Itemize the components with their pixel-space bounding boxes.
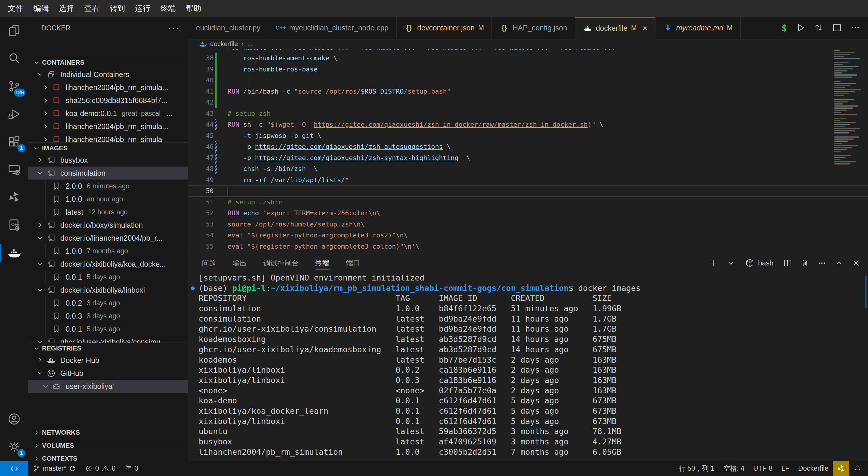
image-repo-icon [45, 284, 57, 296]
tab-euclidian_cluster.py[interactable]: euclidian_cluster.py [188, 17, 268, 39]
terminal-scrollbar[interactable] [865, 276, 867, 308]
panel-tab-调试控制台[interactable]: 调试控制台 [263, 253, 299, 273]
new-terminal-icon[interactable] [709, 259, 718, 268]
split-editor-icon[interactable] [832, 23, 842, 33]
tree-item[interactable]: 1.0.07 months ago [28, 244, 188, 258]
tree-item[interactable]: 0.0.33 days ago [28, 309, 188, 322]
tree-item[interactable]: koa-demo:0.0.1great_pascal - ... [28, 107, 188, 120]
container-stopped-icon [51, 95, 62, 106]
language-mode[interactable]: Dockerfile [794, 461, 833, 476]
compare-changes-icon[interactable] [814, 23, 824, 33]
sidebar-more-icon[interactable]: ··· [168, 25, 180, 31]
section-header-contexts[interactable]: CONTEXTS [28, 453, 188, 461]
tab-devcontainer.json[interactable]: {}devcontainer.jsonM [397, 17, 492, 39]
tab-myeuclidian_cluster_node.cpp[interactable]: C++myeuclidian_cluster_node.cpp [268, 17, 396, 39]
pinwheel-extension-icon[interactable] [0, 183, 28, 211]
cursor-position[interactable]: 行 50，列 1 [675, 461, 719, 476]
split-terminal-icon[interactable] [783, 259, 792, 268]
eol[interactable]: LF [777, 461, 794, 476]
minimap-line [834, 122, 856, 123]
menu-item[interactable]: 运行 [130, 0, 155, 16]
section-header-volumes[interactable]: VOLUMES [28, 440, 188, 451]
panel-tab-问题[interactable]: 问题 [202, 253, 216, 273]
gold-extension-badge[interactable] [833, 461, 849, 476]
section-header-images[interactable]: IMAGES [28, 142, 188, 154]
minimap[interactable] [834, 49, 864, 215]
tree-item[interactable]: sha256:c009db8315f6684bf7... [28, 94, 188, 107]
tree-item[interactable]: 0.0.23 days ago [28, 297, 188, 309]
kill-terminal-icon[interactable] [800, 259, 809, 268]
tree-item[interactable]: user-xixiboliya' [28, 380, 188, 393]
manage-gear-icon[interactable]: 1 [0, 433, 28, 461]
accounts-icon[interactable] [0, 405, 28, 433]
tree-item[interactable]: GitHub [28, 367, 188, 380]
tree-item[interactable]: consimulation [28, 167, 188, 179]
cpp-tools-icon[interactable]: C++ [0, 211, 28, 239]
search-icon[interactable] [0, 44, 28, 72]
explorer-icon[interactable] [0, 17, 28, 44]
remote-explorer-icon[interactable] [0, 156, 28, 183]
notifications-bell[interactable] [849, 461, 866, 476]
tab-myreadme.md[interactable]: myreadme.mdM [655, 17, 741, 39]
menu-item[interactable]: 帮助 [181, 0, 206, 16]
ports-forwarded[interactable]: 0 [120, 461, 143, 476]
tree-item[interactable]: ghcr.io/user-xixiboliya/consimu [28, 335, 188, 343]
section-body: Docker HubGitHubuser-xixiboliya' [28, 354, 188, 395]
run-dollar-icon[interactable]: $ [781, 23, 787, 33]
docker-icon[interactable] [0, 239, 28, 267]
remote-indicator[interactable] [0, 461, 28, 476]
menu-item[interactable]: 终端 [155, 0, 181, 16]
tree-item[interactable]: 2.0.06 minutes ago [28, 179, 188, 193]
tab-HAP_config.json[interactable]: {}HAP_config.json [492, 17, 575, 39]
panel-tab-输出[interactable]: 输出 [232, 253, 247, 273]
panel-tab-终端[interactable]: 终端 [315, 253, 330, 273]
tree-item[interactable]: docker.io/boxy/simulation [28, 218, 188, 232]
more-actions-icon[interactable] [850, 23, 860, 33]
panel-tab-端口[interactable]: 端口 [346, 253, 360, 273]
container-stopped-icon [51, 82, 62, 93]
source-control-icon[interactable]: 126 [0, 72, 28, 100]
indentation[interactable]: 空格: 4 [719, 461, 749, 476]
menu-item[interactable]: 查看 [79, 0, 104, 16]
maximize-panel-icon[interactable] [834, 259, 844, 268]
menu-item[interactable]: 选择 [54, 0, 79, 16]
encoding[interactable]: UTF-8 [749, 461, 777, 476]
minimap-line [834, 138, 854, 140]
tree-item[interactable]: lihanchen2004/pb_rm_simula... [28, 81, 188, 94]
tree-item[interactable]: 1.0.0an hour ago [28, 193, 188, 206]
more-actions-icon[interactable] [817, 259, 827, 268]
menu-item[interactable]: 转到 [104, 0, 130, 16]
section-header-registries[interactable]: REGISTRIES [28, 343, 188, 354]
close-icon[interactable]: × [643, 24, 647, 32]
git-branch[interactable]: master* [28, 461, 81, 476]
run-icon[interactable] [795, 23, 805, 33]
tree-item[interactable]: 0.0.15 days ago [28, 270, 188, 283]
tree-item[interactable]: 0.0.15 days ago [28, 322, 188, 335]
section-header-containers[interactable]: CONTAINERS [28, 57, 188, 68]
run-and-debug-icon[interactable] [0, 100, 28, 128]
tree-item[interactable]: lihanchen2004/pb_rm_simula [28, 133, 188, 142]
problems[interactable]: 00 [81, 461, 120, 476]
terminal-prompt-line: (base) pi@pi-l:~/xixiboliya/rm_pb_simula… [188, 283, 868, 294]
bash-session[interactable]: $bash [745, 259, 773, 268]
editor-code[interactable]: ros-humble-... ros-humble-... ros-humble… [188, 49, 868, 253]
terminal[interactable]: [setupvars.sh] OpenVINO environment init… [188, 273, 868, 461]
terminal-table-row: busybox latest af4709625109 3 months ago… [188, 437, 868, 447]
tree-item[interactable]: lihanchen2004/pb_rm_simula... [28, 120, 188, 133]
section-header-networks[interactable]: NETWORKS [28, 427, 188, 438]
close-panel-icon[interactable] [851, 259, 861, 268]
tree-item[interactable]: latest12 hours ago [28, 206, 188, 218]
tree-item[interactable]: Individual Containers [28, 68, 188, 81]
menu-item[interactable]: 编辑 [28, 0, 54, 16]
tree-item[interactable]: docker.io/xixiboliya/linboxi [28, 283, 188, 297]
tree-item[interactable]: Docker Hub [28, 354, 188, 367]
tree-item[interactable]: busybox [28, 154, 188, 167]
minimap-line [834, 141, 848, 142]
breadcrumb[interactable]: dockerfile › ... [188, 39, 868, 49]
extensions-icon[interactable]: 1 [0, 128, 28, 156]
tree-item[interactable]: docker.io/xixiboliya/koa_docke... [28, 258, 188, 270]
menu-item[interactable]: 文件 [3, 0, 28, 16]
tab-dockerfile[interactable]: dockerfileM× [575, 17, 655, 39]
terminal-picker-chevron-icon[interactable] [726, 259, 736, 268]
tree-item[interactable]: docker.io/lihanchen2004/pb_r... [28, 232, 188, 244]
